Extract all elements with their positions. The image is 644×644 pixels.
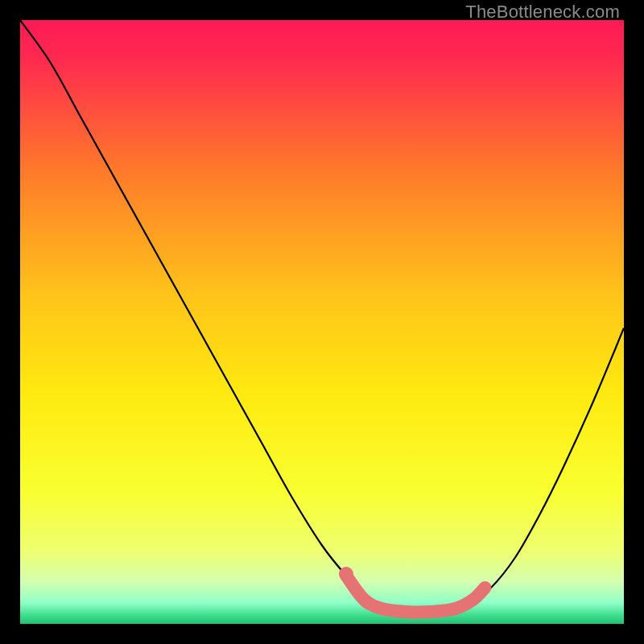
highlight-dot bbox=[339, 567, 353, 581]
highlight-dot bbox=[360, 595, 373, 608]
gradient-background bbox=[20, 20, 624, 624]
chart-svg bbox=[20, 20, 624, 624]
chart-frame bbox=[20, 20, 624, 624]
